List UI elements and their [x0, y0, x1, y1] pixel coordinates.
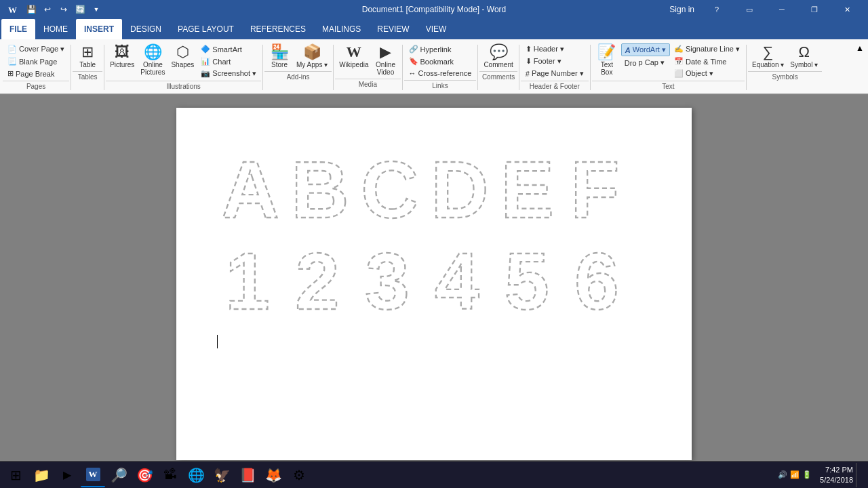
network-icon: 🔊: [778, 470, 787, 479]
table-button[interactable]: ⊞ Table: [74, 43, 101, 70]
app3-icon: 🦅: [214, 467, 231, 483]
taskbar-firefox[interactable]: 🦊: [261, 463, 285, 487]
online-pictures-button[interactable]: 🌐 OnlinePictures: [138, 43, 167, 77]
document-page[interactable]: A B C D E F: [176, 108, 692, 460]
tab-file[interactable]: FILE: [1, 19, 35, 39]
date-time-button[interactable]: 📅 Date & Time: [671, 56, 743, 67]
repeat-qa-btn[interactable]: 🔄: [73, 3, 87, 16]
taskbar-search[interactable]: 🔎: [106, 463, 131, 487]
taskbar-media-player[interactable]: ▶: [55, 463, 79, 487]
tab-mailings[interactable]: MAILINGS: [314, 19, 369, 39]
taskbar-browser[interactable]: 🌐: [184, 463, 208, 487]
tab-home[interactable]: HOME: [35, 19, 76, 39]
app1-icon: 🎯: [136, 467, 153, 483]
addins-group: 🏪 Store 📦 My Apps ▾ Add-ins: [264, 42, 332, 82]
screenshot-icon: 📷: [201, 69, 210, 78]
wikipedia-button[interactable]: W Wikipedia: [336, 43, 371, 70]
hyperlink-button[interactable]: 🔗 Hyperlink: [406, 43, 475, 55]
cross-reference-button[interactable]: ↔ Cross-reference: [406, 68, 475, 79]
drop-cap-button[interactable]: Dro p Cap ▾: [621, 57, 670, 68]
equation-button[interactable]: ∑ Equation ▾: [749, 43, 787, 70]
minimize-button[interactable]: ─: [766, 0, 797, 19]
divider-6: [477, 45, 478, 90]
divider-3: [262, 45, 263, 90]
text-box-icon: 📝: [597, 45, 616, 60]
shapes-icon: ⬡: [176, 45, 189, 60]
blank-page-button[interactable]: 📃 Blank Page: [4, 56, 68, 67]
svg-text:B: B: [291, 145, 349, 230]
divider-5: [402, 45, 403, 90]
header-footer-group: ⬆ Header ▾ ⬇ Footer ▾ # Page Number ▾ He…: [521, 42, 589, 92]
text-box-button[interactable]: 📝 TextBox: [593, 43, 620, 77]
taskbar-file-explorer[interactable]: 📁: [29, 463, 54, 487]
bookmark-button[interactable]: 🔖 Bookmark: [406, 56, 475, 67]
windows-icon: ⊞: [10, 467, 22, 483]
search-taskbar-icon: 🔎: [111, 467, 127, 483]
footer-button[interactable]: ⬇ Footer ▾: [522, 56, 587, 67]
number-3: 3: [357, 233, 421, 321]
header-button[interactable]: ⬆ Header ▾: [522, 43, 587, 55]
help-button[interactable]: ?: [701, 0, 732, 19]
my-apps-button[interactable]: 📦 My Apps ▾: [294, 43, 330, 70]
tab-insert[interactable]: INSERT: [76, 19, 122, 39]
customize-qa-btn[interactable]: ▼: [90, 3, 103, 16]
ribbon: FILE HOME INSERT DESIGN PAGE LAYOUT REFE…: [0, 19, 868, 94]
page-break-button[interactable]: ⊞ Page Break: [4, 68, 68, 79]
screenshot-button[interactable]: 📷 Screenshot ▾: [197, 68, 260, 79]
wordart-button[interactable]: A WordArt ▾: [621, 43, 670, 56]
symbol-button[interactable]: Ω Symbol ▾: [787, 43, 821, 70]
taskbar-app4[interactable]: ⚙: [287, 463, 311, 487]
sign-in-link[interactable]: Sign in: [669, 5, 694, 14]
volume-icon: 📶: [790, 470, 800, 479]
app2-icon: 📽: [163, 467, 177, 483]
ribbon-toggle-button[interactable]: ▭: [734, 0, 765, 19]
shapes-button[interactable]: ⬡ Shapes: [168, 43, 197, 70]
taskbar-clock[interactable]: 7:42 PM 5/24/2018: [820, 465, 853, 485]
undo-qa-btn[interactable]: ↩: [41, 3, 54, 16]
tab-view[interactable]: VIEW: [418, 19, 455, 39]
restore-button[interactable]: ❐: [799, 0, 830, 19]
close-button[interactable]: ✕: [831, 0, 863, 19]
save-qa-btn[interactable]: 💾: [24, 3, 38, 16]
taskbar-app3[interactable]: 🦅: [210, 463, 234, 487]
media-group: W Wikipedia ▶ OnlineVideo Media: [335, 42, 400, 89]
taskbar-app1[interactable]: 🎯: [132, 463, 157, 487]
pictures-button[interactable]: 🖼 Pictures: [107, 43, 137, 70]
taskbar-word[interactable]: W: [81, 463, 105, 487]
ribbon-content: 📄 Cover Page ▾ 📃 Blank Page ⊞ Page Break…: [0, 39, 868, 94]
taskbar-pdf[interactable]: 📕: [235, 463, 260, 487]
signature-line-icon: ✍: [674, 45, 684, 54]
tables-group: ⊞ Table Tables: [73, 42, 102, 82]
blank-page-icon: 📃: [7, 57, 17, 66]
window-title: Document1 [Compatibility Mode] - Word: [362, 5, 507, 14]
ribbon-expand-button[interactable]: ▲: [854, 42, 865, 54]
smartart-button[interactable]: 🔷 SmartArt: [197, 43, 260, 55]
pictures-icon: 🖼: [115, 45, 130, 60]
signature-line-button[interactable]: ✍ Signature Line ▾: [671, 43, 743, 55]
show-desktop-button[interactable]: [856, 463, 860, 487]
start-button[interactable]: ⊞: [3, 463, 28, 487]
title-bar-left: W 💾 ↩ ↪ 🔄 ▼: [5, 3, 103, 16]
quick-access-toolbar: 💾 ↩ ↪ 🔄 ▼: [24, 3, 103, 16]
tab-page-layout[interactable]: PAGE LAYOUT: [170, 19, 242, 39]
redo-qa-btn[interactable]: ↪: [57, 3, 71, 16]
links-group: 🔗 Hyperlink 🔖 Bookmark ↔ Cross-reference…: [404, 42, 477, 91]
divider-8: [590, 45, 591, 90]
chart-button[interactable]: 📊 Chart: [197, 56, 260, 67]
comment-button[interactable]: 💬 Comment: [481, 43, 515, 70]
tab-review[interactable]: REVIEW: [369, 19, 417, 39]
cover-page-button[interactable]: 📄 Cover Page ▾: [4, 43, 68, 55]
online-video-button[interactable]: ▶ OnlineVideo: [372, 43, 399, 77]
wikipedia-icon: W: [347, 45, 361, 60]
letter-b: B: [287, 142, 351, 230]
tab-design[interactable]: DESIGN: [122, 19, 170, 39]
object-icon: ⬜: [674, 69, 684, 78]
page-number-button[interactable]: # Page Number ▾: [522, 68, 587, 79]
cover-page-icon: 📄: [7, 45, 17, 54]
letter-f: F: [566, 142, 631, 230]
header-icon: ⬆: [526, 45, 532, 54]
object-button[interactable]: ⬜ Object ▾: [671, 68, 743, 79]
store-button[interactable]: 🏪 Store: [266, 43, 293, 70]
tab-references[interactable]: REFERENCES: [242, 19, 314, 39]
taskbar-app2[interactable]: 📽: [158, 463, 182, 487]
